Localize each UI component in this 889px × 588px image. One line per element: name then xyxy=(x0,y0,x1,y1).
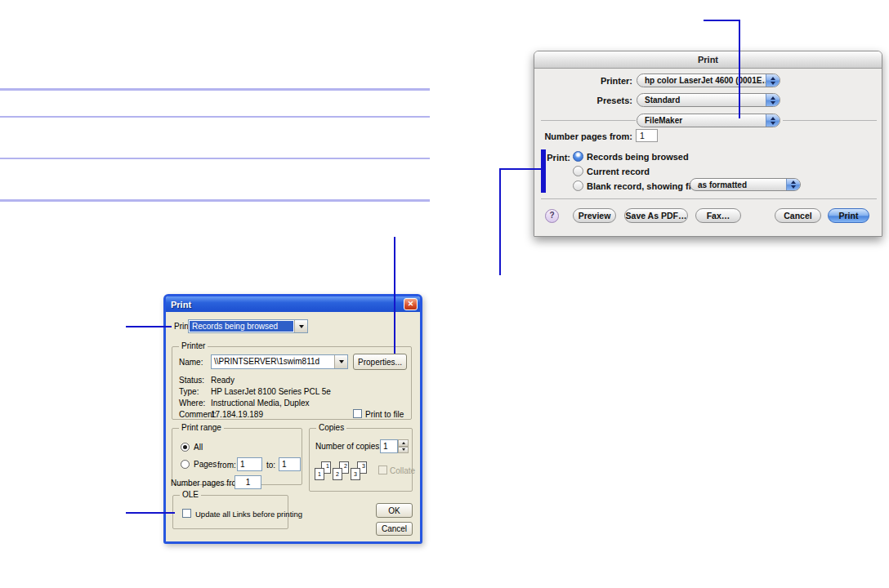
popup-stepper-icon xyxy=(766,94,780,106)
pages-radio-label: Pages xyxy=(194,460,217,469)
mac-print-dialog: Print Printer: hp color LaserJet 4600 (0… xyxy=(534,51,882,237)
printer-popup-value: hp color LaserJet 4600 (0001E… xyxy=(637,74,766,87)
status-label: Status: xyxy=(179,376,204,385)
fax-button[interactable]: Fax… xyxy=(695,208,741,223)
printer-popup[interactable]: hp color LaserJet 4600 (0001E… xyxy=(637,74,780,87)
presets-label: Presets: xyxy=(534,96,632,105)
copies-spinner[interactable] xyxy=(398,439,409,453)
ole-group: OLE Update all Links before printing xyxy=(172,495,288,529)
preview-button[interactable]: Preview xyxy=(573,208,616,223)
spinner-down-icon[interactable] xyxy=(398,447,409,454)
table-rule-mid-2 xyxy=(0,158,430,159)
win-print-dropdown[interactable]: Records being browsed xyxy=(188,319,308,333)
popup-stepper-icon xyxy=(766,74,780,87)
callout-line-win-print-dropdown xyxy=(126,326,172,327)
mac-dialog-title: Print xyxy=(698,55,718,65)
to-label: to: xyxy=(266,461,275,470)
printer-label: Printer: xyxy=(534,76,632,86)
ole-group-label: OLE xyxy=(180,490,201,499)
popup-stepper-icon xyxy=(786,179,800,190)
from-field[interactable]: 1 xyxy=(237,457,262,471)
close-icon[interactable]: ✕ xyxy=(404,298,418,310)
properties-button[interactable]: Properties... xyxy=(353,354,407,370)
collate-preview-page-3: 3 3 xyxy=(351,461,367,480)
mac-print-button[interactable]: Print xyxy=(828,208,869,223)
printer-name-value: \\PRINTSERVER\1swim811d xyxy=(212,355,334,368)
printer-group-label: Printer xyxy=(179,341,208,350)
fields-format-popup[interactable]: as formatted xyxy=(690,178,801,191)
from-label: from: xyxy=(217,461,236,470)
pane-popup-value: FileMaker xyxy=(637,114,766,127)
help-button[interactable]: ? xyxy=(545,209,559,223)
all-radio-label: All xyxy=(194,443,203,452)
table-rule-mid-1 xyxy=(0,116,430,118)
radio-current-record[interactable] xyxy=(573,166,583,176)
callout-line-mac-print-v xyxy=(499,168,501,275)
all-radio[interactable] xyxy=(181,443,190,452)
pane-divider-left xyxy=(541,120,636,121)
dropdown-arrow-icon[interactable] xyxy=(334,355,347,368)
dropdown-arrow-icon[interactable] xyxy=(294,320,307,332)
pages-radio[interactable] xyxy=(181,460,190,469)
print-options-label: Print: xyxy=(534,153,570,163)
copies-group: Copies Number of copies: 1 1 1 2 2 3 3 xyxy=(309,428,413,492)
presets-popup[interactable]: Standard xyxy=(637,93,780,107)
ole-update-links-label: Update all Links before printing xyxy=(195,510,302,519)
number-pages-label: Number pages from: xyxy=(534,131,632,141)
collate-label: Collate xyxy=(390,466,415,475)
collate-preview-page-1: 1 1 xyxy=(315,461,331,480)
print-to-file-label: Print to file xyxy=(365,410,404,419)
print-to-file-checkbox[interactable] xyxy=(353,409,362,418)
copies-group-label: Copies xyxy=(316,423,346,432)
win-number-pages-field[interactable]: 1 xyxy=(235,475,261,489)
to-field[interactable]: 1 xyxy=(279,457,301,471)
where-label: Where: xyxy=(179,399,205,408)
radio-blank-record[interactable] xyxy=(573,180,583,191)
callout-bar-mac-print-options xyxy=(541,149,546,193)
mac-dialog-titlebar[interactable]: Print xyxy=(534,51,882,69)
ole-update-links-checkbox[interactable] xyxy=(182,509,191,518)
popup-stepper-icon xyxy=(766,114,780,127)
radio-records-being-browsed[interactable] xyxy=(573,151,583,162)
collate-checkbox[interactable] xyxy=(378,466,387,474)
comment-value: 17.184.19.189 xyxy=(211,410,263,419)
radio-current-label: Current record xyxy=(587,167,650,176)
callout-line-win-ole-checkbox xyxy=(126,512,175,514)
number-pages-field[interactable]: 1 xyxy=(636,129,658,142)
number-of-copies-field[interactable]: 1 xyxy=(380,439,398,453)
ok-button[interactable]: OK xyxy=(376,503,413,518)
collate-page-front: 3 xyxy=(351,468,360,480)
collate-page-front: 2 xyxy=(333,468,342,480)
status-value: Ready xyxy=(211,376,235,385)
printer-name-dropdown[interactable]: \\PRINTSERVER\1swim811d xyxy=(211,354,348,369)
presets-popup-value: Standard xyxy=(637,94,766,106)
type-value: HP LaserJet 8100 Series PCL 5e xyxy=(211,387,331,396)
fields-format-value: as formatted xyxy=(690,179,786,190)
printer-group: Printer Name: \\PRINTSERVER\1swim811d Pr… xyxy=(172,346,412,420)
name-label: Name: xyxy=(179,358,203,367)
callout-line-mac-print-h xyxy=(499,168,541,170)
save-as-pdf-button[interactable]: Save As PDF… xyxy=(624,208,688,223)
win-print-dropdown-value: Records being browsed xyxy=(190,321,293,332)
win-dialog-title: Print xyxy=(171,300,404,310)
mac-cancel-button[interactable]: Cancel xyxy=(775,208,821,223)
pane-popup[interactable]: FileMaker xyxy=(637,114,780,127)
win-dialog-titlebar[interactable]: Print ✕ xyxy=(166,296,420,312)
callout-line-pane-popup-h xyxy=(704,20,740,21)
spinner-up-icon[interactable] xyxy=(398,439,409,447)
table-rule-bottom xyxy=(0,199,430,202)
windows-print-dialog: Print ✕ Print: Records being browsed Pri… xyxy=(163,294,422,544)
collate-preview-page-2: 2 2 xyxy=(333,461,349,480)
pane-divider-right xyxy=(783,120,877,121)
win-dialog-body: Print: Records being browsed Printer Nam… xyxy=(166,312,420,541)
callout-line-win-properties xyxy=(394,237,395,354)
where-value: Instructional Media, Duplex xyxy=(211,399,310,408)
win-cancel-button[interactable]: Cancel xyxy=(376,522,413,536)
print-range-group-label: Print range xyxy=(179,423,224,432)
callout-line-pane-popup-v xyxy=(739,20,740,118)
number-of-copies-label: Number of copies: xyxy=(315,442,382,451)
table-rule-top xyxy=(0,88,430,91)
buttons-divider xyxy=(541,198,877,199)
collate-page-front: 1 xyxy=(315,468,324,480)
type-label: Type: xyxy=(179,387,199,396)
